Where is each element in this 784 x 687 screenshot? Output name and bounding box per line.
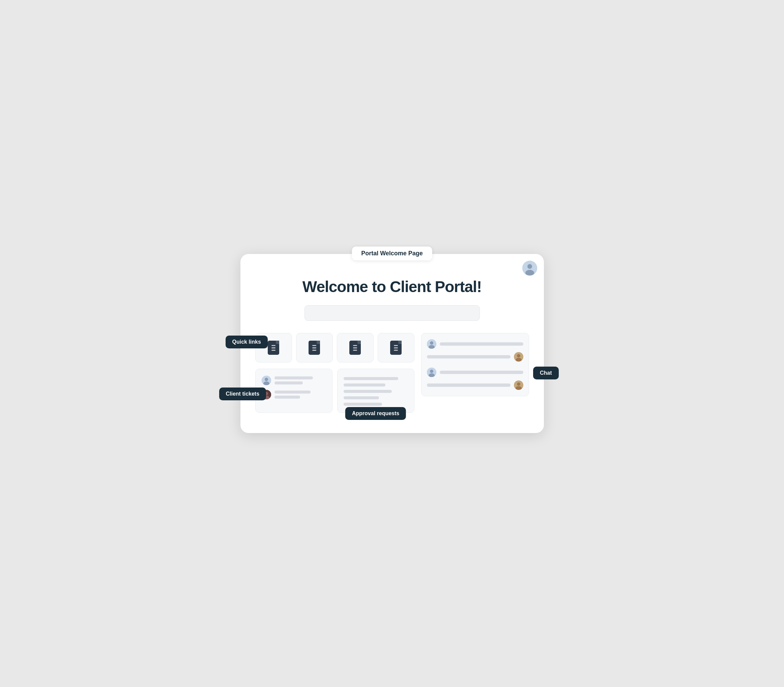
- content-area: Quick links: [255, 333, 529, 413]
- welcome-heading: Welcome to Client Portal!: [255, 278, 529, 296]
- doc-line: [394, 345, 398, 346]
- chat-avatar-2: [514, 352, 523, 362]
- chat-avatar-3: [427, 368, 436, 377]
- approval-line-5: [344, 403, 382, 406]
- doc-line: [271, 350, 276, 351]
- left-column: Quick links: [255, 333, 414, 413]
- chat-avatar-1: [427, 339, 436, 349]
- page-title-label: Portal Welcome Page: [352, 247, 432, 260]
- approval-requests-widget: Approval requests: [337, 369, 414, 413]
- approval-requests-tooltip: Approval requests: [345, 407, 406, 420]
- svg-point-16: [430, 370, 433, 373]
- quick-link-card-3[interactable]: [337, 333, 374, 363]
- svg-point-1: [528, 264, 532, 269]
- ticket-line-2a: [274, 391, 311, 394]
- svg-point-13: [517, 354, 520, 358]
- ticket-item-2: [262, 390, 326, 399]
- svg-point-4: [265, 378, 268, 381]
- bottom-row: Client tickets: [255, 369, 414, 413]
- ticket-avatar-1: [262, 376, 271, 385]
- doc-line: [394, 350, 398, 351]
- doc-line: [312, 350, 317, 351]
- outer-wrapper: Portal Welcome Page Welcome to Client Po…: [240, 254, 544, 433]
- approval-lines: [344, 376, 408, 406]
- ticket-line-2b: [274, 396, 301, 399]
- chat-row-4: [427, 380, 523, 390]
- quick-links-row: [255, 333, 414, 363]
- document-icon-1: [268, 341, 279, 355]
- client-tickets-widget: Client tickets: [255, 369, 332, 413]
- chat-row-2: [427, 352, 523, 362]
- ticket-item-1: [262, 376, 326, 385]
- quick-links-tooltip: Quick links: [225, 335, 268, 348]
- document-icon-3: [349, 341, 361, 355]
- approval-line-4: [344, 396, 379, 399]
- chat-bubble-2: [427, 355, 511, 358]
- search-input[interactable]: [304, 305, 480, 321]
- quick-link-card-2[interactable]: [296, 333, 333, 363]
- doc-line: [394, 347, 398, 348]
- chat-widget: [421, 333, 529, 396]
- chat-group-2: [427, 368, 523, 390]
- doc-line: [271, 345, 276, 346]
- doc-line: [312, 347, 317, 348]
- svg-point-19: [517, 383, 520, 386]
- approval-line-2: [344, 383, 385, 386]
- chat-bubble-3: [440, 371, 523, 374]
- avatar[interactable]: [522, 261, 537, 276]
- approval-line-3: [344, 390, 392, 393]
- svg-point-10: [430, 341, 433, 345]
- doc-line: [353, 347, 357, 348]
- right-column: Chat: [421, 333, 529, 413]
- doc-line: [353, 350, 357, 351]
- ticket-line-1a: [274, 376, 313, 380]
- document-icon-2: [309, 341, 320, 355]
- approval-line-1: [344, 377, 398, 380]
- client-tickets-tooltip: Client tickets: [219, 388, 266, 400]
- ticket-line-1b: [274, 381, 303, 385]
- chat-row-1: [427, 339, 523, 349]
- doc-line: [312, 345, 317, 346]
- document-icon-4: [390, 341, 402, 355]
- chat-bubble-4: [427, 383, 511, 387]
- portal-card: Welcome to Client Portal! Quick links: [240, 254, 544, 433]
- quick-link-card-4[interactable]: [378, 333, 414, 363]
- chat-bubble-1: [440, 342, 523, 346]
- chat-group-1: [427, 339, 523, 362]
- chat-row-3: [427, 368, 523, 377]
- doc-line: [353, 345, 357, 346]
- chat-tooltip: Chat: [533, 367, 559, 380]
- chat-avatar-4: [514, 380, 523, 390]
- doc-line: [271, 347, 276, 348]
